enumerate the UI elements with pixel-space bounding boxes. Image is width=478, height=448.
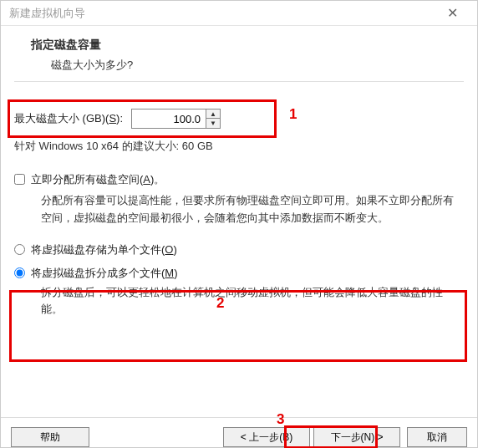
cancel-button[interactable]: 取消 [407, 427, 467, 447]
multi-file-label[interactable]: 将虚拟磁盘拆分成多个文件(M) [31, 266, 178, 281]
content-area: 指定磁盘容量 磁盘大小为多少? 最大磁盘大小 (GB)(S): ▲ ▼ 针对 W… [14, 33, 464, 318]
single-file-row: 将虚拟磁盘存储为单个文件(O) [14, 242, 464, 257]
help-button[interactable]: 帮助 [11, 427, 89, 447]
annotation-2: 2 [216, 295, 224, 312]
allocate-now-row: 立即分配所有磁盘空间(A)。 [14, 172, 464, 187]
page-title: 指定磁盘容量 [31, 38, 464, 53]
annotation-box-1 [8, 99, 277, 138]
page-subtitle: 磁盘大小为多少? [51, 58, 464, 73]
footer: 帮助 < 上一步(B) 下一步(N) > 取消 [1, 417, 477, 447]
recommended-size-text: 针对 Windows 10 x64 的建议大小: 60 GB [14, 139, 464, 154]
annotation-box-2 [9, 290, 467, 362]
allocate-now-description: 分配所有容量可以提高性能，但要求所有物理磁盘空间立即可用。如果不立即分配所有空间… [41, 192, 464, 227]
window-title: 新建虚拟机向导 [9, 6, 85, 21]
multi-file-radio[interactable] [14, 267, 25, 278]
titlebar: 新建虚拟机向导 ✕ [1, 1, 477, 26]
annotation-3: 3 [277, 411, 284, 428]
wizard-window: 新建虚拟机向导 ✕ 指定磁盘容量 磁盘大小为多少? 最大磁盘大小 (GB)(S)… [0, 0, 478, 448]
annotation-box-3 [284, 425, 378, 448]
annotation-1: 1 [289, 106, 297, 123]
single-file-radio[interactable] [14, 244, 25, 255]
close-button[interactable]: ✕ [435, 1, 469, 26]
allocate-now-checkbox[interactable] [14, 174, 25, 185]
single-file-label[interactable]: 将虚拟磁盘存储为单个文件(O) [31, 242, 177, 257]
separator [14, 81, 464, 82]
multi-file-row: 将虚拟磁盘拆分成多个文件(M) [14, 266, 464, 281]
close-icon: ✕ [447, 5, 458, 21]
allocate-now-label[interactable]: 立即分配所有磁盘空间(A)。 [31, 172, 165, 187]
